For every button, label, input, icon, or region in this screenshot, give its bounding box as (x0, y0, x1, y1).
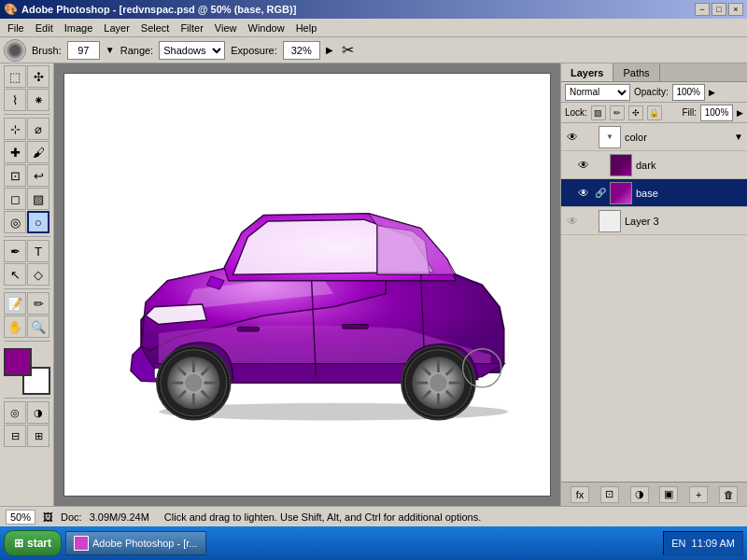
fill-dropdown-icon[interactable]: ▶ (737, 108, 743, 118)
move-tool[interactable]: ✣ (27, 65, 49, 88)
lasso-tool[interactable]: ⌇ (4, 89, 26, 111)
panel-tabs: Layers Paths (561, 63, 747, 82)
slice-tool[interactable]: ⌀ (27, 118, 49, 140)
opacity-label: Opacity: (634, 87, 669, 97)
layer-expand-icon[interactable]: ▼ (734, 132, 743, 142)
opacity-input[interactable] (672, 84, 705, 101)
path-select-tool[interactable]: ↖ (4, 263, 26, 286)
notes-tool[interactable]: 📝 (4, 292, 26, 315)
heal-tool[interactable]: ✚ (4, 141, 26, 163)
language-indicator: EN (671, 538, 685, 549)
magic-wand-tool[interactable]: ⁕ (27, 89, 49, 111)
zoom-tool[interactable]: 🔍 (27, 315, 49, 338)
foreground-color-box[interactable] (4, 348, 32, 376)
car-illustration (89, 95, 526, 475)
eyedropper-tool[interactable]: ✏ (27, 292, 49, 315)
lock-transparent-button[interactable]: ▨ (591, 105, 606, 120)
adjustment-layer-button[interactable]: ◑ (630, 486, 649, 503)
layer-thumb-base (610, 182, 632, 204)
exposure-label: Exposure: (231, 45, 277, 56)
menu-view[interactable]: View (209, 21, 243, 35)
new-layer-button[interactable]: + (689, 486, 708, 503)
fill-label: Fill: (682, 107, 697, 118)
eraser-tool[interactable]: ◻ (4, 188, 26, 210)
lock-label: Lock: (565, 107, 587, 118)
menu-layer[interactable]: Layer (98, 21, 135, 35)
tool-row-eraser: ◻ ▨ (4, 188, 49, 210)
layer-style-button[interactable]: fx (571, 486, 589, 503)
menu-image[interactable]: Image (59, 21, 99, 35)
text-tool[interactable]: T (27, 240, 49, 262)
gradient-tool[interactable]: ▨ (27, 188, 49, 210)
brush-tool[interactable]: 🖌 (27, 141, 49, 163)
pen-tool[interactable]: ✒ (4, 240, 26, 262)
layer-item-base[interactable]: 👁 🔗 base (561, 179, 747, 207)
menu-help[interactable]: Help (290, 21, 323, 35)
delete-layer-button[interactable]: 🗑 (719, 486, 738, 503)
tab-layers[interactable]: Layers (561, 63, 613, 81)
fullscreen-mode[interactable]: ⊞ (27, 425, 49, 447)
lock-position-button[interactable]: ✣ (628, 105, 643, 120)
dodge-tool[interactable]: ○ (27, 211, 49, 233)
standard-mode[interactable]: ◎ (4, 401, 26, 424)
close-button[interactable]: × (728, 3, 743, 16)
app-logo: 🎨 (4, 3, 18, 16)
clock: 11:09 AM (692, 538, 735, 549)
shape-tool[interactable]: ◇ (27, 263, 49, 286)
zoom-display[interactable]: 50% (6, 510, 35, 525)
airbrush-icon[interactable]: ✂ (339, 41, 358, 60)
new-group-button[interactable]: ▣ (659, 486, 678, 503)
tool-separator-4 (4, 341, 50, 342)
layer-options-bar: Normal Multiply Screen Opacity: ▶ (561, 82, 747, 103)
layers-list: 👁 ▼ color ▼ 👁 dark (561, 123, 747, 482)
layer-thumb-layer3 (599, 210, 621, 232)
menu-select[interactable]: Select (135, 21, 176, 35)
layer-item-layer3[interactable]: 👁 Layer 3 (561, 207, 747, 235)
titlebar: 🎨 Adobe Photoshop - [redvnspac.psd @ 50%… (0, 0, 747, 19)
layer-item-color[interactable]: 👁 ▼ color ▼ (561, 123, 747, 151)
fill-input[interactable] (700, 105, 733, 121)
taskbar-photoshop-app[interactable]: Adobe Photoshop - [r... (65, 531, 206, 555)
menu-filter[interactable]: Filter (175, 21, 208, 35)
menu-file[interactable]: File (2, 21, 30, 35)
range-select[interactable]: Shadows Midtones Highlights (159, 41, 225, 60)
brush-dropdown-icon[interactable]: ▼ (106, 45, 115, 55)
quickmask-mode[interactable]: ◑ (27, 401, 49, 424)
maximize-button[interactable]: □ (712, 3, 726, 16)
history-brush-tool[interactable]: ↩ (27, 164, 49, 187)
tab-paths[interactable]: Paths (613, 63, 659, 81)
layer-item-dark[interactable]: 👁 dark (561, 151, 747, 179)
start-button[interactable]: ⊞ start (4, 530, 62, 556)
layer-eye-base[interactable]: 👁 (576, 186, 591, 201)
standard-screen[interactable]: ⊟ (4, 425, 26, 447)
opacity-dropdown-icon[interactable]: ▶ (709, 88, 715, 97)
layers-panel: Layers Paths Normal Multiply Screen Opac… (560, 63, 747, 506)
lock-all-button[interactable]: 🔒 (647, 105, 662, 120)
doc-label: Doc: (61, 511, 82, 523)
brush-preview-icon (4, 39, 26, 62)
canvas-content[interactable] (64, 74, 550, 496)
menu-edit[interactable]: Edit (30, 21, 59, 35)
blend-mode-select[interactable]: Normal Multiply Screen (565, 84, 630, 101)
layer-eye-color[interactable]: 👁 (565, 130, 580, 145)
minimize-button[interactable]: − (695, 3, 710, 16)
add-mask-button[interactable]: ⊡ (600, 486, 619, 503)
marquee-tool[interactable]: ⬚ (4, 65, 26, 88)
hand-tool[interactable]: ✋ (4, 315, 26, 338)
layer-chain-color (584, 130, 595, 145)
layer-eye-dark[interactable]: 👁 (576, 158, 591, 173)
tool-separator-2 (4, 236, 50, 237)
layer-thumb-color: ▼ (599, 126, 621, 148)
menu-window[interactable]: Window (243, 21, 290, 35)
exposure-input[interactable] (283, 41, 320, 60)
lock-image-button[interactable]: ✏ (610, 105, 625, 120)
blur-tool[interactable]: ◎ (4, 211, 26, 233)
layer-name-layer3: Layer 3 (625, 216, 743, 227)
stamp-tool[interactable]: ⊡ (4, 164, 26, 187)
brush-size-input[interactable] (67, 41, 100, 60)
layer-eye-layer3[interactable]: 👁 (565, 214, 580, 229)
svg-rect-5 (237, 327, 259, 331)
statusbar: 50% 🖼 Doc: 3.09M/9.24M Click and drag to… (0, 506, 747, 526)
crop-tool[interactable]: ⊹ (4, 118, 26, 140)
layer-name-base: base (636, 188, 743, 199)
